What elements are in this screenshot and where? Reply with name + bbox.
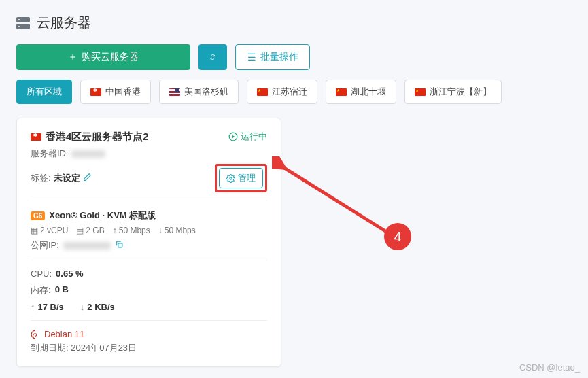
gear-icon	[226, 174, 235, 183]
refresh-button[interactable]	[198, 44, 227, 70]
debian-icon	[31, 330, 40, 339]
page-title: 云服务器	[37, 14, 91, 32]
os-row: Debian 11	[31, 329, 267, 339]
region-ningbo[interactable]: 浙江宁波【新】	[404, 80, 502, 104]
region-hongkong[interactable]: 中国香港	[80, 80, 151, 104]
flag-cn-icon	[257, 88, 268, 96]
copy-icon[interactable]	[115, 240, 124, 251]
ram-icon: ▤	[76, 226, 84, 235]
refresh-icon	[210, 52, 215, 63]
region-suqian[interactable]: 江苏宿迁	[247, 80, 317, 104]
region-shiyan[interactable]: 湖北十堰	[326, 80, 396, 104]
region-filter: 所有区域 中国香港 美国洛杉矶 江苏宿迁 湖北十堰 浙江宁波【新】	[16, 80, 572, 104]
watermark: CSDN @letao_	[519, 362, 580, 373]
plus-icon: ＋	[68, 51, 77, 63]
svg-rect-2	[118, 243, 122, 247]
flag-us-icon	[169, 88, 180, 96]
spec-badge: G6	[31, 211, 45, 220]
play-circle-icon	[228, 132, 238, 141]
flag-cn-icon	[336, 88, 347, 96]
manage-button[interactable]: 管理	[219, 168, 263, 188]
expiry-row: 到期日期: 2024年07月23日	[31, 342, 267, 354]
flag-hk-icon	[90, 88, 101, 96]
list-icon: ☰	[247, 52, 256, 63]
spec-name-row: G6 Xeon® Gold · KVM 标配版	[31, 209, 267, 222]
memory-metric: 内存:0 B	[31, 284, 267, 296]
server-stack-icon	[16, 17, 30, 29]
arrow-down-icon: ↓	[158, 226, 162, 235]
arrow-down-icon: ↓	[80, 302, 85, 312]
region-losangeles[interactable]: 美国洛杉矶	[159, 80, 239, 104]
network-metric: ↑17 B/s ↓2 KB/s	[31, 302, 267, 312]
divider	[31, 201, 267, 201]
ip-value	[63, 242, 111, 250]
status-badge: 运行中	[228, 131, 267, 143]
page-header: 云服务器	[16, 14, 572, 32]
server-card: 香港4区云服务器节点2 运行中 服务器ID: 标签: 未设定	[16, 118, 281, 367]
cpu-metric: CPU:0.65 %	[31, 269, 267, 279]
public-ip-row: 公网IP:	[31, 239, 267, 252]
flag-hk-icon	[31, 133, 41, 141]
tag-row: 标签: 未设定	[31, 172, 92, 184]
buy-server-button[interactable]: ＋ 购买云服务器	[16, 44, 190, 70]
divider	[31, 320, 267, 321]
server-id-value	[71, 150, 105, 158]
arrow-up-icon: ↑	[113, 226, 117, 235]
region-all[interactable]: 所有区域	[16, 80, 72, 104]
flag-cn-icon	[415, 88, 426, 96]
cpu-icon: ▦	[31, 226, 38, 235]
toolbar: ＋ 购买云服务器 ☰ 批量操作	[16, 44, 572, 70]
annotation-highlight: 管理	[215, 164, 267, 192]
divider	[31, 260, 267, 260]
svg-point-1	[230, 177, 232, 179]
server-id-row: 服务器ID:	[31, 148, 105, 160]
edit-tag-icon[interactable]	[83, 173, 92, 184]
arrow-up-icon: ↑	[31, 302, 35, 312]
batch-operation-button[interactable]: ☰ 批量操作	[235, 44, 310, 70]
spec-resources-row: ▦2 vCPU ▤2 GB ↑50 Mbps ↓50 Mbps	[31, 226, 267, 235]
server-title: 香港4区云服务器节点2	[31, 131, 149, 143]
